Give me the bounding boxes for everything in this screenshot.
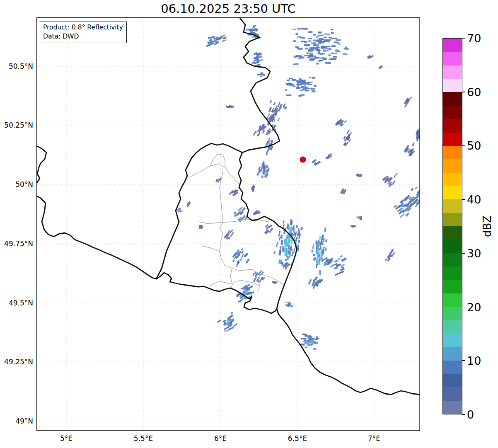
radar-echo — [352, 226, 355, 228]
country-border — [238, 153, 420, 395]
radar-echo — [199, 227, 203, 229]
radar-echo — [285, 241, 288, 247]
radar-echo — [301, 94, 305, 96]
radar-echo — [293, 29, 296, 30]
colorbar-tick-mark — [462, 145, 465, 146]
radar-echo — [285, 235, 288, 241]
colorbar-segment — [443, 133, 462, 146]
radar-echo — [318, 34, 324, 36]
radar-echo — [285, 259, 287, 262]
radar-echo — [307, 82, 313, 83]
radar-echo — [334, 41, 339, 44]
radar-echo — [308, 32, 311, 33]
radar-echo — [309, 47, 314, 49]
radar-echo — [313, 39, 315, 41]
colorbar-tick-label: 40 — [467, 193, 481, 206]
radar-echo — [305, 48, 307, 50]
radar-echo — [331, 29, 334, 31]
radar-echo — [320, 244, 321, 247]
colorbar-tick-label: 20 — [467, 300, 481, 313]
colorbar-segment — [443, 119, 462, 132]
colorbar-segment — [443, 79, 462, 92]
radar-plot-page: 06.10.2025 23:50 UTC Product: 0.8° Refle… — [0, 0, 498, 448]
radar-echo — [286, 302, 290, 303]
radar-echo — [315, 281, 320, 283]
radar-echo — [412, 142, 415, 146]
radar-echo — [302, 81, 305, 83]
colorbar-tick-mark — [462, 38, 465, 39]
radar-echo — [260, 76, 262, 77]
colorbar-segment — [443, 266, 462, 280]
radar-echo — [293, 63, 298, 65]
radar-echo — [324, 36, 326, 38]
radar-echo — [359, 216, 362, 218]
radar-echo — [316, 46, 319, 47]
colorbar-tick-mark — [462, 360, 465, 361]
x-tick-label: 7°E — [368, 434, 380, 443]
radar-map-canvas — [36, 17, 420, 431]
colorbar-segment — [443, 253, 462, 266]
radar-echo — [308, 40, 312, 42]
radar-echo — [336, 39, 341, 41]
radar-echo — [313, 258, 315, 261]
radar-echo — [222, 40, 224, 42]
radar-echo — [308, 38, 312, 39]
radar-echo — [253, 277, 257, 282]
colorbar-segment — [443, 401, 462, 414]
radar-echo — [312, 250, 313, 253]
radar-echo — [346, 130, 350, 134]
radar-echo — [296, 225, 297, 228]
radar-echo — [241, 248, 244, 251]
radar-echo — [311, 59, 315, 61]
radar-echo — [304, 340, 307, 341]
colorbar-tick-mark — [462, 199, 465, 200]
colorbar-segment — [443, 320, 462, 334]
radar-echo — [302, 28, 307, 30]
radar-echo — [241, 254, 244, 258]
radar-echo — [223, 36, 227, 39]
radar-echo — [253, 131, 256, 136]
radar-echo — [317, 260, 319, 264]
product-info-line1: Product: 0.8° Reflectivity — [43, 23, 123, 32]
radar-echo — [304, 41, 307, 43]
radar-echo — [295, 33, 298, 35]
radar-echo — [295, 46, 299, 48]
radar-echo — [338, 271, 344, 274]
admin-border — [186, 164, 239, 184]
radar-echo — [280, 235, 283, 239]
radar-echo — [318, 61, 322, 62]
radar-echo — [331, 53, 334, 54]
colorbar-segment — [443, 280, 462, 293]
radar-echo — [251, 29, 256, 31]
x-tick-label: 6°E — [214, 434, 227, 443]
y-tick-label: 49°N — [0, 417, 33, 425]
radar-echo — [318, 257, 320, 259]
radar-echo — [334, 259, 338, 263]
colorbar-segment — [443, 213, 462, 226]
radar-echo — [307, 56, 310, 58]
radar-echo — [325, 62, 331, 64]
radar-echo — [323, 49, 329, 51]
radar-echo — [230, 312, 233, 315]
radar-echo — [321, 241, 323, 245]
radar-echo — [316, 63, 319, 65]
radar-echo — [411, 188, 413, 191]
radar-echo — [307, 335, 311, 337]
radar-echo — [283, 106, 285, 108]
radar-echo — [319, 252, 321, 254]
radar-echo — [277, 117, 280, 121]
radar-echo — [314, 85, 317, 87]
radar-echo — [312, 91, 316, 92]
radar-echo — [239, 258, 242, 261]
radar-echo — [317, 47, 320, 48]
colorbar-segment — [443, 387, 462, 400]
radar-echo — [283, 220, 285, 223]
radar-echo — [294, 56, 297, 58]
radar-echo — [343, 53, 348, 55]
radar-echo — [273, 282, 276, 284]
radar-echo — [254, 28, 257, 29]
radar-echo — [273, 102, 276, 106]
colorbar-segment — [443, 173, 462, 186]
colorbar-tick-label: 50 — [467, 139, 481, 152]
radar-echo — [343, 48, 349, 50]
